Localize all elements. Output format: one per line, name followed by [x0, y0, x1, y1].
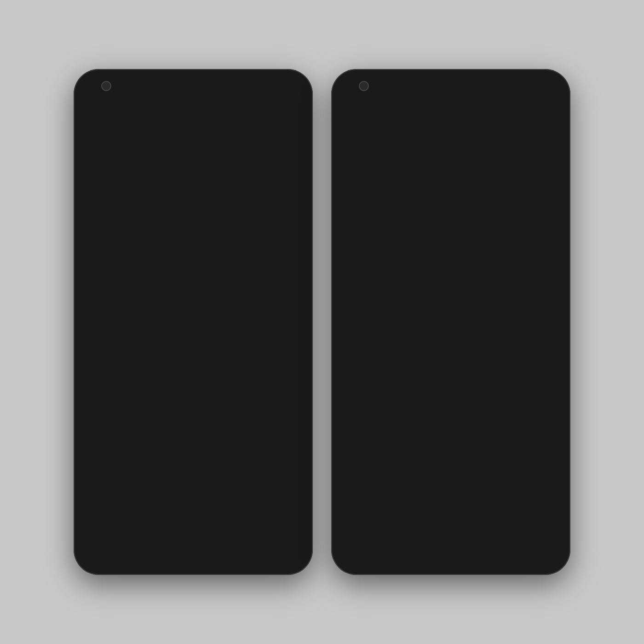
svg-point-25 — [355, 308, 372, 314]
tab-images-left[interactable]: Images — [166, 156, 199, 170]
search-bar-left[interactable]: 🔍 ufo report 🎤 — [86, 133, 300, 150]
battery-icon: ▐ — [291, 80, 295, 87]
thumb-ufo-svg-1 — [345, 249, 382, 279]
hamburger-icon-right[interactable]: ☰ — [345, 116, 353, 127]
story-img-alien: HUGH MARLOWE · JOAN — [196, 192, 299, 252]
news-item-3[interactable]: 3 Eyewitness News 3 US intelligence comm… — [338, 340, 564, 382]
source-label-1: Nextgov — [102, 256, 121, 262]
url-bar-left[interactable]: ⌂ 🔒 google.com/search?q=ufo+repc :D ⋮ — [80, 90, 306, 108]
source-badge-2: CNN — [201, 255, 294, 261]
nextgov-icon-1: N — [387, 249, 395, 256]
search-query-left: ufo report — [107, 138, 279, 146]
lock-icon-right: 🔒 — [359, 96, 365, 101]
tab-images-right[interactable]: Images — [423, 157, 456, 172]
google-header-left: ☰ Google E — [80, 108, 306, 133]
signal-icon-right: ▲ — [541, 80, 547, 87]
news3-label: Eyewitness News 3 — [397, 346, 444, 352]
content-left: Top stories — [80, 171, 306, 569]
screen-right: 10:00 ▼ ▲ ▐ ⌂ 🔒 google.com/search?q=ufo+… — [338, 75, 564, 569]
back-button-left[interactable]: ‹ — [113, 546, 116, 556]
cnn-top-article[interactable]: CNN 8 takeaways from the government's bi… — [338, 172, 564, 220]
cnn-article-text: CNN 8 takeaways from the government's bi… — [345, 178, 510, 213]
content-right: CNN 8 takeaways from the government's bi… — [338, 172, 564, 569]
svg-point-32 — [356, 359, 371, 364]
result-menu[interactable]: ⋮ — [291, 335, 299, 345]
result-title-1[interactable]: Preliminary Assessment - Office of the D… — [87, 347, 299, 368]
bottom-nav-right: ‹ ♿ — [344, 539, 558, 562]
thumb-ufo-gray-1: UFO REPORT — [345, 297, 382, 327]
pdf-badge: PDF — [167, 338, 180, 344]
thumb-ufo-svg-3 — [345, 345, 382, 375]
accessibility-button-left[interactable]: ♿ — [261, 545, 273, 557]
web-result-1[interactable]: 🌐 https://www.dni.gov › ODNI PDF ⋮ Preli… — [80, 329, 306, 374]
story-title-1: Experts Assess the Unexplained in Govern… — [92, 264, 185, 281]
tab-switcher-left[interactable]: :D — [275, 93, 286, 104]
source-badge-item-3: 3 Eyewitness News 3 — [387, 345, 557, 353]
back-button-right[interactable]: ‹ — [371, 546, 374, 556]
tab-shopping-right[interactable]: Shopping — [483, 157, 521, 172]
story-card-2[interactable]: HUGH MARLOWE · JOAN CNN 8 takeaways from… — [196, 191, 299, 295]
news3-icon: 3 — [387, 345, 396, 353]
menu-button-right[interactable]: ⋮ — [548, 93, 558, 104]
url-text-left: google.com/search?q=ufo+repc — [110, 95, 265, 102]
tab-news-left[interactable]: News — [107, 156, 135, 170]
search-bar-right[interactable]: 🔍 ufo report ✕ — [344, 133, 558, 152]
alien-image-svg: HUGH MARLOWE · JOAN — [211, 192, 284, 252]
lock-icon-left: 🔒 — [102, 96, 107, 101]
nextgov-icon: N — [92, 255, 100, 263]
home-pill-right[interactable] — [428, 550, 465, 552]
tab-switcher-right[interactable]: :D — [533, 93, 544, 104]
news-content-3: 3 Eyewitness News 3 US intelligence comm… — [387, 345, 557, 376]
news-title-3: US intelligence community releases long-… — [387, 355, 557, 374]
news-content-1: N Nextgov Experts Assess the Unexplained… — [387, 249, 557, 286]
wifi-icon-right: ▼ — [534, 80, 540, 87]
status-icons-right: ▼ ▲ ▐ — [534, 80, 553, 87]
accessibility-button-right[interactable]: ♿ — [518, 545, 531, 557]
home-button-right[interactable]: ⌂ — [344, 94, 349, 104]
ufo-image-svg — [102, 192, 176, 252]
news-time-2: 2 days ago — [387, 328, 557, 334]
cnn-img-visual: ARLOWE·JOAN TAYLOR — [515, 180, 557, 212]
tab-maps-right[interactable]: Maps — [456, 157, 483, 172]
cnn-source-badge: CNN — [345, 178, 510, 184]
url-field-right[interactable]: 🔒 google.com/search?q=ufo+repc — [354, 92, 528, 104]
tab-videos-right[interactable]: Videos — [392, 157, 423, 172]
news-item-2[interactable]: UFO REPORT 13 KOLD University of Arizona… — [338, 292, 564, 340]
tab-all-left[interactable]: All — [86, 156, 107, 170]
screen-left: 10:00 ▼ ▲ ▐ ⌂ 🔒 google.com/search?q=ufo+… — [80, 75, 306, 569]
kold-icon: 13 — [387, 297, 396, 305]
tab-shopping-left[interactable]: Shopping — [226, 156, 264, 170]
story-time-1: 1 day ago — [92, 284, 185, 289]
news-thumb-3 — [345, 345, 382, 375]
cnn-icon: CNN — [201, 255, 212, 261]
tab-maps-left[interactable]: Maps — [198, 156, 226, 170]
filter-tabs-left: All News Videos Images Maps Shopping — [80, 156, 306, 171]
status-bar-left: 10:00 ▼ ▲ ▐ — [80, 75, 306, 90]
more-news-button[interactable]: More News › — [87, 304, 299, 322]
url-text-right: google.com/search?q=ufo+repc — [368, 95, 523, 102]
svg-rect-9 — [242, 223, 253, 239]
svg-point-19 — [356, 261, 370, 266]
svg-point-6 — [133, 218, 144, 222]
search-icon-right: 🔍 — [351, 138, 360, 147]
story-title-2: 8 takeaways from the government's big UF… — [201, 263, 294, 279]
url-field-left[interactable]: 🔒 google.com/search?q=ufo+repc — [96, 92, 270, 104]
home-pill-left[interactable] — [170, 550, 207, 552]
story-card-1[interactable]: N Nextgov Experts Assess the Unexplained… — [87, 191, 190, 295]
menu-button-left[interactable]: ⋮ — [291, 93, 300, 104]
home-button-left[interactable]: ⌂ — [86, 94, 92, 104]
google-header-right: ☰ Google E — [338, 108, 564, 133]
more-news-arrow: › — [210, 309, 213, 316]
tab-news-right[interactable]: News — [363, 157, 392, 172]
cnn-article-title: 8 takeaways from the government's big UF… — [345, 186, 510, 205]
user-avatar-left[interactable]: E — [282, 113, 299, 130]
clear-icon-right[interactable]: ✕ — [544, 138, 551, 148]
url-bar-right[interactable]: ⌂ 🔒 google.com/search?q=ufo+repc :D ⋮ — [338, 90, 564, 108]
news-item-1[interactable]: N Nextgov Experts Assess the Unexplained… — [338, 243, 564, 292]
camera-left — [101, 81, 111, 91]
user-avatar-right[interactable]: E — [540, 113, 557, 130]
tab-videos-left[interactable]: Videos — [135, 156, 166, 170]
mic-icon-left[interactable]: 🎤 — [284, 138, 293, 146]
tab-all-right[interactable]: All — [344, 157, 363, 172]
hamburger-icon-left[interactable]: ☰ — [87, 116, 96, 127]
